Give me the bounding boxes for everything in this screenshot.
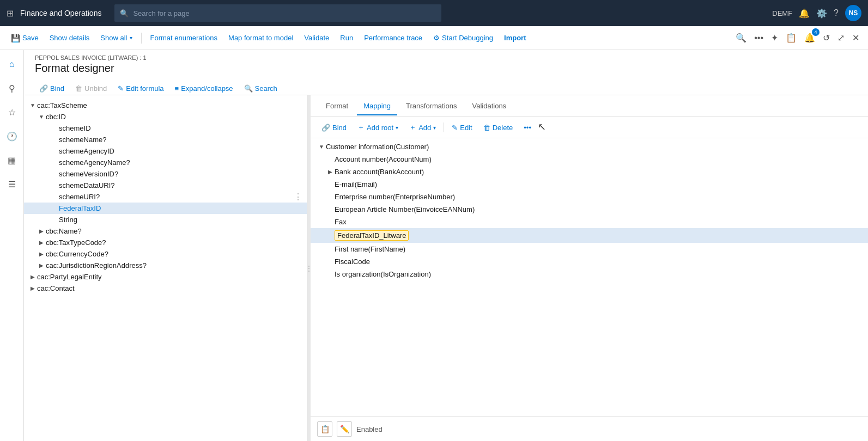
tree-item-cac-jurisdiction[interactable]: ▶ cac:JurisdictionRegionAddress? (24, 260, 307, 271)
bind-icon: 🔗 (39, 84, 48, 93)
format-enumerations-button[interactable]: Format enumerations (146, 32, 222, 44)
refresh-icon[interactable]: ↺ (821, 30, 832, 45)
mapping-item-federal-taxid[interactable]: FederalTaxID_Litware (311, 228, 868, 243)
mapping-item-fiscal-code[interactable]: FiscalCode (311, 255, 868, 268)
import-button[interactable]: Import (500, 32, 530, 44)
expand-collapse-button[interactable]: ≡ Expand/collapse (171, 82, 238, 95)
more-options-icon: ••• (524, 124, 531, 132)
search-input[interactable] (133, 9, 436, 17)
global-search-bar[interactable]: 🔍 (114, 4, 441, 22)
bind-button[interactable]: 🔗 Bind (35, 82, 69, 95)
expand-icon[interactable]: ⤢ (835, 30, 847, 45)
run-button[interactable]: Run (336, 32, 357, 44)
more-options-button[interactable]: ••• (519, 121, 536, 134)
mapping-tree: ▼ Customer information(Customer) Account… (311, 138, 868, 416)
mapping-item-firstname[interactable]: First name(FirstName) (311, 243, 868, 255)
more-icon[interactable]: ••• (752, 31, 766, 45)
tree-item-string[interactable]: String (24, 214, 307, 225)
settings-icon[interactable]: ⚙️ (816, 8, 827, 19)
edit-formula-button[interactable]: ✎ Edit formula (113, 82, 168, 95)
mapping-item-label: Bank account(BankAccount) (335, 168, 424, 176)
map-format-to-model-button[interactable]: Map format to model (224, 32, 298, 44)
unbind-button[interactable]: 🗑 Unbind (71, 82, 111, 95)
mapping-bind-button[interactable]: 🔗 Bind (317, 121, 351, 134)
mapping-item-label: Enterprise number(EnterpriseNumber) (335, 193, 455, 201)
mapping-item-label: Customer information(Customer) (326, 143, 429, 151)
mapping-item-fax[interactable]: Fax (311, 216, 868, 228)
sidebar-item-favorites[interactable]: ☆ (2, 102, 22, 122)
tree-item-label: cac:JurisdictionRegionAddress? (46, 261, 147, 270)
notifications-icon[interactable]: 🔔 (799, 8, 810, 19)
view-icon[interactable]: 📋 (784, 30, 799, 45)
tree-item-cbc-taxtypecode[interactable]: ▶ cbc:TaxTypeCode? (24, 237, 307, 248)
mapping-item-european-article[interactable]: European Article Number(EinvoiceEANNum) (311, 203, 868, 216)
tree-item-schemeagencyid[interactable]: schemeAgencyID (24, 145, 307, 157)
sidebar-item-filter[interactable]: ⚲ (2, 78, 22, 98)
delete-button[interactable]: 🗑 Delete (479, 121, 518, 134)
expander-spacer (326, 194, 335, 200)
edit-button[interactable]: ✎ Edit (447, 121, 476, 134)
start-debugging-button[interactable]: ⚙ Start Debugging (429, 32, 497, 44)
mapping-item-label: Fax (335, 218, 347, 226)
customize-icon[interactable]: ✦ (769, 30, 780, 45)
copy-footer-button[interactable]: 📋 (317, 421, 332, 437)
tab-validations[interactable]: Validations (465, 97, 513, 115)
close-icon[interactable]: ✕ (850, 30, 861, 45)
performance-trace-button[interactable]: Performance trace (360, 32, 427, 44)
tab-format[interactable]: Format (319, 97, 355, 115)
tree-item-cac-taxscheme[interactable]: ▼ cac:TaxScheme (24, 100, 307, 111)
tree-item-label: cac:Contact (37, 284, 75, 292)
search-toolbar-icon[interactable]: 🔍 (733, 30, 749, 45)
tree-item-cbc-name[interactable]: ▶ cbc:Name? (24, 225, 307, 237)
mapping-toolbar: 🔗 Bind ＋ Add root ▾ ＋ Add ▾ (311, 117, 868, 138)
tab-mapping[interactable]: Mapping (357, 97, 397, 115)
tree-item-schemeversionid[interactable]: schemeVersionID? (24, 168, 307, 180)
tree-item-cac-contact[interactable]: ▶ cac:Contact (24, 283, 307, 294)
edit-footer-button[interactable]: ✏️ (337, 421, 352, 437)
sidebar-item-list[interactable]: ☰ (2, 174, 22, 194)
add-icon: ＋ (409, 122, 416, 132)
tree-item-cac-partylegalentity[interactable]: ▶ cac:PartyLegalEntity (24, 271, 307, 283)
add-root-button[interactable]: ＋ Add root ▾ (353, 120, 403, 134)
tree-item-federaltaxid[interactable]: FederalTaxID (24, 203, 307, 214)
validate-button[interactable]: Validate (300, 32, 333, 44)
expander-spacer (326, 271, 335, 277)
tree-item-cbc-id[interactable]: ▼ cbc:ID (24, 111, 307, 122)
tree-item-label: schemeAgencyID (59, 147, 114, 155)
tree-item-schemeagencyname[interactable]: schemeAgencyName? (24, 157, 307, 168)
sidebar-item-home[interactable]: ⌂ (2, 54, 22, 74)
tenant-label: DEMF (772, 9, 792, 17)
tree-item-label: schemeAgencyName? (59, 158, 130, 167)
tree-item-cbc-currencycode[interactable]: ▶ cbc:CurrencyCode? (24, 248, 307, 260)
mapping-item-customer-info[interactable]: ▼ Customer information(Customer) (311, 140, 868, 153)
debug-icon: ⚙ (433, 34, 440, 42)
expander-spacer (50, 205, 59, 211)
mapping-item-bank-account[interactable]: ▶ Bank account(BankAccount) (311, 166, 868, 178)
help-icon[interactable]: ? (834, 8, 839, 18)
app-grid-icon[interactable]: ⊞ (7, 8, 14, 19)
breadcrumb: PEPPOL SALES INVOICE (LITWARE) : 1 (35, 54, 857, 61)
tree-item-schemeid[interactable]: schemeID (24, 122, 307, 134)
sidebar-item-workspaces[interactable]: ▦ (2, 150, 22, 170)
save-button[interactable]: 💾 Save (7, 32, 43, 45)
mapping-item-account-num[interactable]: Account number(AccountNum) (311, 153, 868, 166)
mapping-item-email[interactable]: E-mail(Email) (311, 178, 868, 191)
search-button[interactable]: 🔍 Search (240, 82, 282, 95)
expander-spacer (326, 181, 335, 187)
show-all-button[interactable]: Show all ▾ (96, 32, 136, 44)
mapping-item-is-org[interactable]: Is organization(IsOrganization) (311, 268, 868, 280)
tab-transformations[interactable]: Transformations (399, 97, 463, 115)
show-details-button[interactable]: Show details (45, 32, 94, 44)
tree-item-schemedatauri[interactable]: schemeDataURI? (24, 180, 307, 191)
unbind-icon: 🗑 (75, 84, 82, 93)
tree-item-schemeuri[interactable]: schemeURI? ⋮ (24, 191, 307, 203)
tree-item-schemename[interactable]: schemeName? (24, 134, 307, 145)
add-chevron: ▾ (433, 125, 436, 131)
mapping-item-enterprise-num[interactable]: Enterprise number(EnterpriseNumber) (311, 191, 868, 203)
user-avatar[interactable]: NS (845, 5, 861, 21)
add-button[interactable]: ＋ Add ▾ (405, 120, 440, 134)
tree-item-label: schemeDataURI? (59, 181, 115, 189)
delete-icon: 🗑 (483, 124, 490, 132)
sidebar-item-recent[interactable]: 🕐 (2, 126, 22, 146)
expander-spacer (50, 194, 59, 200)
